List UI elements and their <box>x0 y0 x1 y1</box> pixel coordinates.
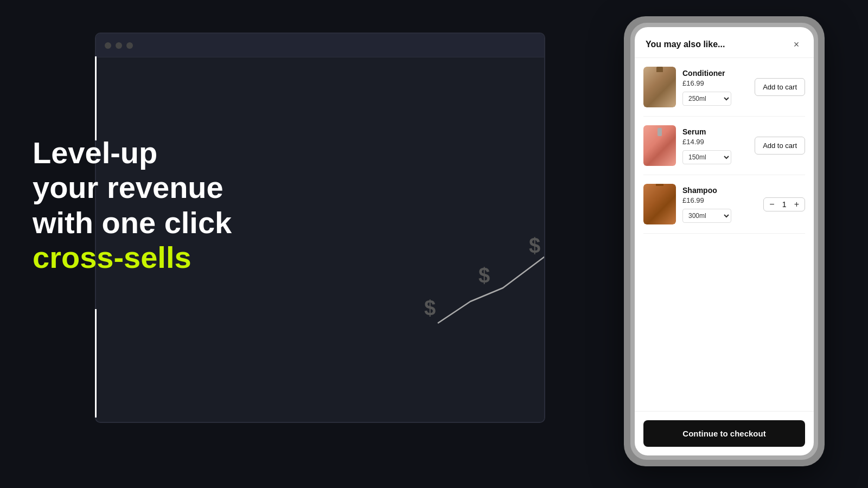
product-info-shampoo: Shampoo £16.99 300ml 150ml 500ml <box>682 186 757 223</box>
product-item-serum: Serum £14.99 150ml 100ml 200ml Add to ca… <box>643 117 805 175</box>
conditioner-size-select[interactable]: 250ml 150ml 500ml <box>682 92 731 106</box>
phone-screen: You may also like... × Conditioner £16.9… <box>635 27 814 455</box>
product-item-shampoo: Shampoo £16.99 300ml 150ml 500ml − 1 + <box>643 175 805 234</box>
modal-body: Conditioner £16.99 250ml 150ml 500ml Add… <box>635 58 814 411</box>
shampoo-actions: − 1 + <box>763 197 805 211</box>
headline-line1: Level-up <box>33 136 232 170</box>
serum-size-select[interactable]: 150ml 100ml 200ml <box>682 150 731 164</box>
phone-mockup: You may also like... × Conditioner £16.9… <box>624 16 825 466</box>
product-info-serum: Serum £14.99 150ml 100ml 200ml <box>682 127 748 164</box>
product-image-shampoo <box>643 184 676 224</box>
continue-checkout-button[interactable]: Continue to checkout <box>643 420 805 447</box>
serum-name: Serum <box>682 127 748 136</box>
chart-svg: $ $ $ <box>394 209 545 350</box>
serum-price: £14.99 <box>682 138 748 146</box>
shampoo-size-select[interactable]: 300ml 150ml 500ml <box>682 209 731 223</box>
svg-text:$: $ <box>478 264 490 287</box>
product-image-conditioner <box>643 67 676 107</box>
browser-dot-green <box>126 42 133 49</box>
serum-add-to-cart-button[interactable]: Add to cart <box>755 137 805 155</box>
headline-line3: with one click <box>33 206 232 240</box>
line-bottom <box>95 309 97 418</box>
line-left <box>95 56 97 140</box>
headline-line2: your revenue <box>33 170 232 205</box>
modal-close-button[interactable]: × <box>790 38 803 51</box>
browser-dot-red <box>105 42 111 49</box>
svg-text:$: $ <box>424 297 436 319</box>
shampoo-qty-control: − 1 + <box>763 197 805 211</box>
modal-footer: Continue to checkout <box>635 411 814 455</box>
browser-toolbar <box>96 34 544 57</box>
conditioner-add-to-cart-button[interactable]: Add to cart <box>755 78 805 96</box>
chart-area: $ $ $ <box>394 209 545 350</box>
shampoo-price: £16.99 <box>682 196 757 204</box>
shampoo-name: Shampoo <box>682 186 757 195</box>
conditioner-actions: Add to cart <box>755 78 805 96</box>
shampoo-qty-value: 1 <box>780 200 789 209</box>
modal-title: You may also like... <box>646 40 725 49</box>
shampoo-qty-increase-button[interactable]: + <box>794 200 799 209</box>
svg-text:$: $ <box>529 234 540 257</box>
conditioner-name: Conditioner <box>682 69 748 78</box>
headline-line4: cross-sells <box>33 240 232 275</box>
phone-inner: You may also like... × Conditioner £16.9… <box>630 23 818 460</box>
headline: Level-up your revenue with one click cro… <box>33 136 232 275</box>
shampoo-qty-decrease-button[interactable]: − <box>769 200 774 209</box>
conditioner-bottle-icon <box>643 67 676 107</box>
product-image-serum <box>643 125 676 166</box>
modal-header: You may also like... × <box>635 27 814 58</box>
conditioner-price: £16.99 <box>682 79 748 87</box>
product-info-conditioner: Conditioner £16.99 250ml 150ml 500ml <box>682 69 748 106</box>
product-item-conditioner: Conditioner £16.99 250ml 150ml 500ml Add… <box>643 58 805 117</box>
browser-dots <box>105 42 133 49</box>
serum-actions: Add to cart <box>755 137 805 155</box>
shampoo-bottle-icon <box>643 184 676 224</box>
serum-bottle-icon <box>643 125 676 166</box>
browser-dot-yellow <box>116 42 122 49</box>
